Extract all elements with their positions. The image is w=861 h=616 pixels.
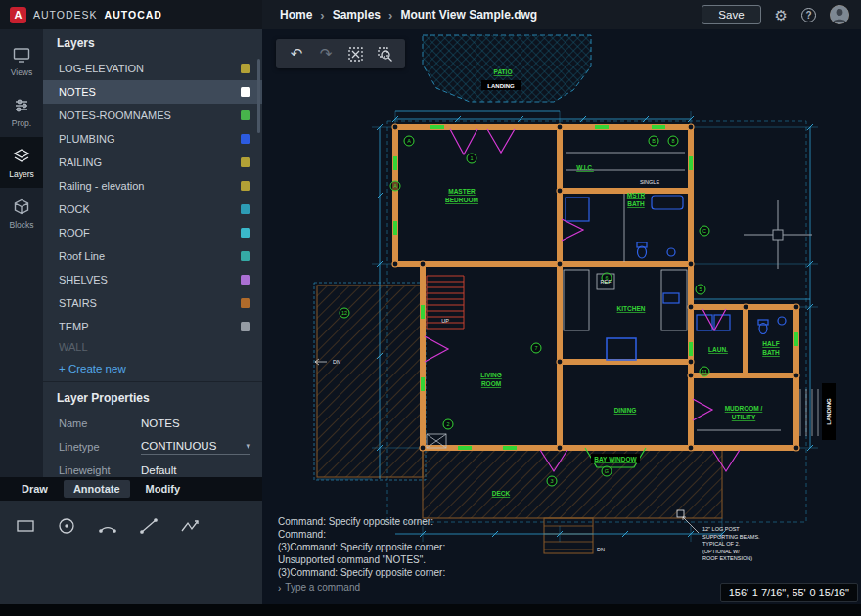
room-label-kitchen: KITCHEN — [617, 305, 646, 312]
layer-color-swatch[interactable] — [241, 204, 250, 214]
tab-annotate[interactable]: Annotate — [64, 480, 130, 498]
layers-icon — [12, 147, 31, 166]
properties-sliders-icon — [12, 96, 31, 115]
command-line-panel: Command: Specify opposite corner: Comman… — [278, 515, 445, 594]
tool-arc-button[interactable] — [94, 512, 121, 540]
breadcrumb-home[interactable]: Home — [280, 8, 312, 22]
layer-color-swatch[interactable] — [241, 275, 250, 285]
avatar-person-icon — [830, 5, 849, 24]
note-line: (OPTIONAL W/ — [702, 549, 740, 554]
layer-color-swatch[interactable] — [241, 157, 250, 167]
rail-item-properties[interactable]: Prop. — [0, 86, 43, 137]
undo-button[interactable]: ↶ — [284, 41, 309, 66]
help-icon[interactable]: ? — [801, 8, 816, 22]
room-label-landing-right: LANDING — [826, 398, 832, 425]
layer-color-swatch[interactable] — [241, 298, 250, 308]
select-window-button[interactable] — [342, 41, 368, 66]
layer-color-swatch[interactable] — [241, 134, 250, 144]
tab-modify[interactable]: Modify — [136, 480, 190, 498]
layer-prop-name: Name NOTES — [43, 412, 262, 435]
breadcrumb-samples[interactable]: Samples — [333, 8, 381, 22]
breadcrumb: Home › Samples › Mount View Sample.dwg — [262, 8, 537, 22]
tool-line-button[interactable] — [135, 512, 162, 540]
canvas-toolbar: ↶ ↷ — [276, 39, 405, 68]
tool-polyline-button[interactable] — [176, 512, 204, 540]
room-label-half-bath: HALF — [762, 340, 779, 347]
top-bar: A AUTODESK AUTOCAD Home › Samples › Moun… — [0, 0, 861, 29]
blocks-cube-icon — [12, 198, 31, 217]
linetype-dropdown[interactable]: CONTINUOUS ▾ — [141, 440, 250, 455]
tool-rail: Views Prop. Layers — [0, 29, 43, 477]
rail-item-layers[interactable]: Layers — [0, 137, 43, 188]
layer-row[interactable]: SHELVES — [43, 268, 262, 291]
layer-row[interactable]: NOTES-ROOMNAMES — [43, 104, 262, 127]
room-label-master: MASTER — [448, 188, 476, 195]
rectangle-icon — [15, 515, 36, 537]
room-label-patio: PATIO — [494, 68, 513, 75]
marker-label: 11 — [702, 369, 707, 374]
command-history-line: (3)Command: Specify opposite corner: — [278, 566, 445, 579]
layer-color-swatch[interactable] — [241, 181, 250, 191]
save-button[interactable]: Save — [702, 5, 760, 24]
layer-color-swatch[interactable] — [241, 64, 250, 73]
layer-color-swatch[interactable] — [241, 251, 250, 261]
label-dn: DN — [597, 547, 605, 552]
user-avatar[interactable] — [830, 5, 849, 24]
command-input[interactable] — [285, 582, 400, 594]
room-label-landing: LANDING — [487, 83, 515, 89]
command-history-line: Unsupported command "NOTES". — [278, 553, 445, 566]
layer-row[interactable]: ROOF — [43, 221, 262, 244]
room-label-deck: DECK — [492, 490, 511, 497]
coordinates-readout: 156'-1 7/16", 55'-0 15/16" — [720, 583, 858, 602]
layer-color-swatch[interactable] — [241, 87, 250, 97]
layer-color-swatch[interactable] — [241, 228, 250, 238]
layer-name: ROOF — [59, 227, 241, 239]
circle-icon — [56, 515, 77, 537]
layer-color-swatch[interactable] — [241, 110, 250, 120]
layer-name: NOTES — [59, 86, 241, 98]
layer-name: STAIRS — [59, 297, 241, 309]
drawing-canvas[interactable]: A 1 B 8 A C 6 7 11 G 2 12 5 3 PATIO LAND… — [262, 29, 861, 616]
field-label: Name — [59, 418, 141, 429]
layer-row[interactable]: PLUMBING — [43, 127, 262, 151]
layer-row[interactable]: Railing - elevation — [43, 174, 262, 198]
layer-row[interactable]: STAIRS — [43, 291, 262, 315]
layer-row[interactable]: RAILING — [43, 151, 262, 174]
layers-panel-title: Layers — [43, 29, 262, 57]
scrollbar-thumb[interactable] — [257, 59, 260, 133]
layer-row[interactable]: TEMP — [43, 315, 262, 338]
layer-prop-linetype: Linetype CONTINUOUS ▾ — [43, 435, 262, 459]
layer-row-selected[interactable]: NOTES — [43, 80, 262, 104]
tool-rectangle-button[interactable] — [12, 512, 39, 540]
layer-row[interactable]: ROCK — [43, 198, 262, 221]
layer-prop-lineweight: Lineweight Default — [43, 459, 262, 482]
crosshair-cursor — [744, 200, 812, 269]
redo-button[interactable]: ↷ — [313, 41, 339, 66]
tab-draw[interactable]: Draw — [12, 480, 58, 498]
layers-panel: Layers LOG-ELEVATION NOTES NOTES-ROOMNAM… — [43, 29, 262, 477]
marker-label: 5 — [699, 286, 702, 292]
layer-name: ROCK — [59, 203, 241, 215]
settings-gear-icon[interactable]: ⚙ — [775, 8, 788, 22]
create-new-layer-button[interactable]: + Create new — [43, 356, 262, 381]
undo-icon: ↶ — [291, 45, 303, 63]
room-label-mudroom: UTILITY — [732, 414, 756, 420]
layer-row[interactable]: Roof Line — [43, 244, 262, 268]
layer-name: SHELVES — [59, 274, 241, 286]
rail-item-blocks[interactable]: Blocks — [0, 188, 43, 239]
interior-lines — [427, 153, 781, 448]
layer-row[interactable]: LOG-ELEVATION — [43, 57, 262, 80]
layer-color-swatch[interactable] — [241, 322, 250, 331]
chevron-down-icon: ▾ — [246, 441, 250, 451]
rail-item-views[interactable]: Views — [0, 35, 43, 86]
polyline-icon — [179, 515, 201, 537]
linetype-value: CONTINUOUS — [141, 440, 216, 452]
layer-row[interactable]: WALL — [43, 338, 262, 356]
rail-item-label: Blocks — [9, 220, 33, 230]
tool-circle-button[interactable] — [53, 512, 80, 540]
room-label-bay-window: BAY WINDOW — [594, 456, 637, 462]
marker-label: 2 — [446, 421, 449, 427]
room-label-living: ROOM — [481, 380, 501, 387]
label-ref: REF — [601, 279, 612, 285]
zoom-window-button[interactable] — [372, 41, 397, 66]
